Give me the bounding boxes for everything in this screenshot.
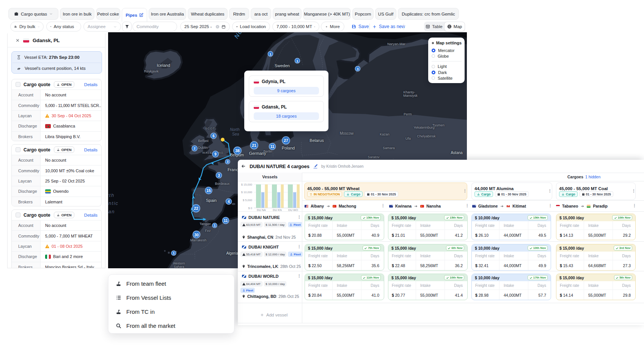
svg-text:$ 0: $ 0 [248, 206, 252, 210]
svg-text:DU KN: DU KN [273, 208, 281, 211]
svg-text:DU NA: DU NA [257, 208, 265, 211]
svg-text:$ 15,000: $ 15,000 [241, 183, 252, 186]
svg-text:$ 5,000: $ 5,000 [243, 198, 252, 202]
svg-text:DU WO: DU WO [288, 208, 298, 211]
svg-text:$ 10,000: $ 10,000 [241, 190, 252, 194]
